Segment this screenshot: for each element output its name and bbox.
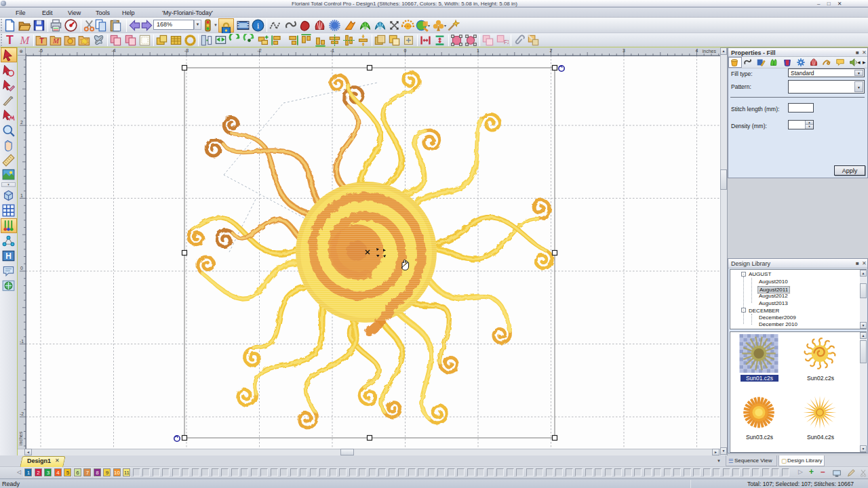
svg-text:2: 2 <box>550 48 553 53</box>
svg-text:-4: -4 <box>111 48 115 53</box>
svg-text:1: 1 <box>20 193 23 198</box>
svg-text:4: 4 <box>696 48 698 53</box>
svg-text:-3: -3 <box>184 48 189 53</box>
svg-text:T: T <box>39 37 44 45</box>
svg-text:1: 1 <box>477 48 479 53</box>
svg-text:-1: -1 <box>330 48 334 53</box>
svg-text:M: M <box>20 34 31 47</box>
svg-text:0: 0 <box>20 266 23 270</box>
svg-text:inches: inches <box>18 431 23 445</box>
svg-text:-1: -1 <box>20 339 24 344</box>
svg-text:H: H <box>5 251 12 261</box>
svg-text:2: 2 <box>20 120 23 125</box>
svg-text:inches: inches <box>703 49 717 54</box>
svg-text:FX: FX <box>504 39 509 45</box>
svg-text:3: 3 <box>623 48 625 53</box>
svg-text:M: M <box>52 37 60 45</box>
svg-text:T: T <box>6 34 14 47</box>
svg-text:i: i <box>257 20 260 30</box>
svg-text:-5: -5 <box>39 48 43 53</box>
svg-text:-2: -2 <box>20 411 24 416</box>
svg-text:0: 0 <box>404 48 407 53</box>
svg-text:-2: -2 <box>257 48 261 53</box>
